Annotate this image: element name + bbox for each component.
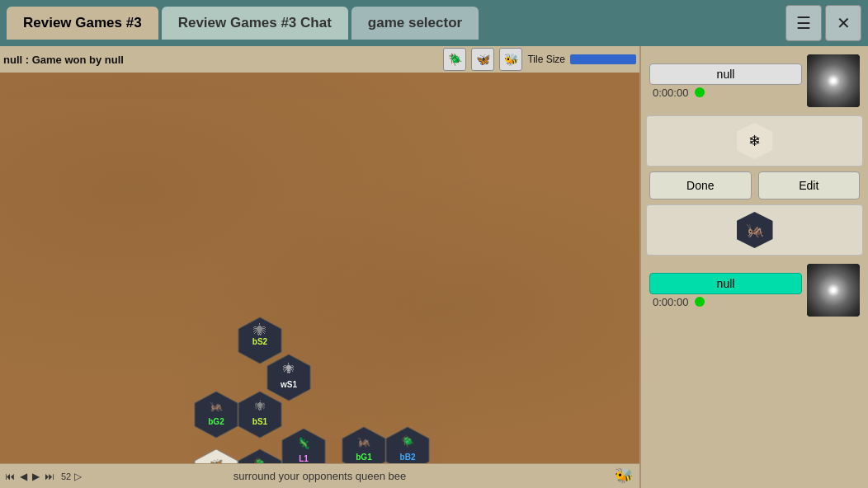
nav-prev-prev[interactable]: ⏮ xyxy=(3,471,17,482)
sidebar: null 0:00:00 ❄ Done Edit 🦗 xyxy=(639,46,868,488)
svg-text:🪲: 🪲 xyxy=(401,434,415,448)
svg-text:bS1: bS1 xyxy=(252,417,268,426)
player1-status-dot xyxy=(695,87,705,97)
hex-board-svg: bS2 🕷 wS1 🕷 bG2 🦗 bS1 🕷 L1 🦎 xyxy=(0,73,639,463)
svg-text:bB2: bB2 xyxy=(400,453,416,462)
svg-text:🕷: 🕷 xyxy=(253,323,267,337)
piece-panel-2: 🦗 xyxy=(646,204,863,256)
hint-text: surround your opponents queen bee xyxy=(234,470,407,482)
svg-text:🕷: 🕷 xyxy=(255,400,266,412)
svg-text:bG2: bG2 xyxy=(208,417,224,426)
svg-text:bG1: bG1 xyxy=(356,453,372,462)
player1-avatar-image xyxy=(807,54,860,107)
player1-name-button[interactable]: null xyxy=(649,63,802,85)
nav-next-next[interactable]: ⏭ xyxy=(43,471,56,482)
game-board[interactable]: bS2 🕷 wS1 🕷 bG2 🦗 bS1 🕷 L1 🦎 xyxy=(0,73,639,463)
icon-bug3[interactable]: 🐝 xyxy=(499,48,522,71)
svg-text:🦋: 🦋 xyxy=(210,457,224,463)
svg-text:L1: L1 xyxy=(299,454,309,463)
player2-avatar xyxy=(807,264,860,317)
close-button[interactable]: ✕ xyxy=(825,5,861,41)
svg-text:🦎: 🦎 xyxy=(297,436,311,450)
done-button[interactable]: Done xyxy=(649,171,752,199)
player1-time: 0:00:00 xyxy=(653,87,688,99)
player2-status-dot xyxy=(695,297,705,307)
move-navigation: ⏮ ◀ ▶ ⏭ 52 ▷ xyxy=(3,464,83,488)
svg-text:🦗: 🦗 xyxy=(210,399,224,413)
board-container: null : Game won by null 🪲 🦋 🐝 Tile Size … xyxy=(0,46,639,488)
svg-text:wS1: wS1 xyxy=(280,380,297,389)
tile-size-slider[interactable] xyxy=(570,54,636,64)
bee-icon: 🐝 xyxy=(615,467,633,485)
svg-text:🪲: 🪲 xyxy=(253,457,267,463)
tab-review-games-chat[interactable]: Review Games #3 Chat xyxy=(162,7,348,40)
player1-time-row: 0:00:00 xyxy=(649,87,802,99)
edit-button[interactable]: Edit xyxy=(758,171,861,199)
tab-game-selector[interactable]: game selector xyxy=(351,7,479,40)
icon-bug2[interactable]: 🦋 xyxy=(471,48,494,71)
player2-time: 0:00:00 xyxy=(653,296,688,308)
player2-avatar-image xyxy=(807,264,860,317)
player1-panel: null 0:00:00 xyxy=(646,51,863,110)
svg-text:bS2: bS2 xyxy=(252,337,268,346)
action-buttons: Done Edit xyxy=(646,171,863,199)
player2-name-button[interactable]: null xyxy=(649,273,802,294)
move-count: 52 xyxy=(61,472,71,481)
menu-button[interactable]: ☰ xyxy=(785,5,822,41)
main-area: null : Game won by null 🪲 🦋 🐝 Tile Size … xyxy=(0,46,868,488)
icon-bug1[interactable]: 🪲 xyxy=(443,48,466,71)
game-status: null : Game won by null xyxy=(3,54,124,66)
piece-panel-1: ❄ xyxy=(646,115,863,167)
bottom-bar: ⏮ ◀ ▶ ⏭ 52 ▷ surround your opponents que… xyxy=(0,463,639,488)
svg-text:🦗: 🦗 xyxy=(357,434,371,448)
svg-text:🕷: 🕷 xyxy=(283,362,295,375)
topbar: Review Games #3 Review Games #3 Chat gam… xyxy=(0,0,868,46)
nav-forward[interactable]: ▷ xyxy=(73,471,83,482)
nav-next[interactable]: ▶ xyxy=(31,471,41,482)
board-topbar: null : Game won by null 🪲 🦋 🐝 Tile Size xyxy=(0,46,639,73)
player2-time-row: 0:00:00 xyxy=(649,296,802,308)
nav-prev[interactable]: ◀ xyxy=(18,471,29,482)
tab-review-games[interactable]: Review Games #3 xyxy=(7,7,158,40)
tile-size-label: Tile Size xyxy=(527,54,565,65)
player2-panel: null 0:00:00 xyxy=(646,260,863,320)
piece-hex-light: ❄ xyxy=(737,123,773,159)
player1-avatar xyxy=(807,54,860,107)
svg-rect-0 xyxy=(0,99,639,437)
piece-hex-dark: 🦗 xyxy=(737,212,773,248)
